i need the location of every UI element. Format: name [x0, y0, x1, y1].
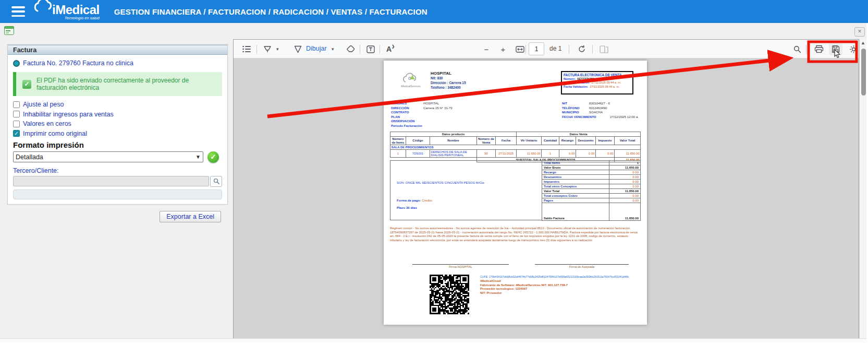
invoice-radio-row[interactable]: Factura No. 279760 Factura no clinica	[13, 60, 222, 67]
fit-width-icon[interactable]	[513, 43, 527, 55]
export-excel-button[interactable]: Exportar a Excel	[160, 211, 221, 222]
checkbox-row-valores: Valores en ceros	[13, 120, 222, 127]
formato-impresion-heading: Formato impresión	[13, 140, 222, 149]
success-message-box: ✓ El PDF ha sido enviado correctamente a…	[13, 72, 222, 96]
sub-toolbar	[0, 23, 868, 39]
search-document-icon[interactable]	[790, 43, 804, 55]
horizontal-scrollbar[interactable]	[0, 338, 868, 343]
invoice-logo-caption: iMedicalServices	[401, 85, 421, 88]
checkbox-label: Inhabilitar ingresos para ventas	[23, 111, 114, 118]
cufe-code: CUFE: 270b434107db98cb32af4674b77d08c242…	[480, 275, 641, 279]
vertical-scrollbar[interactable]: ▲	[859, 39, 866, 338]
mouse-cursor	[834, 49, 841, 58]
eraser-icon[interactable]	[344, 43, 358, 55]
brand-name: iMedical	[52, 3, 100, 17]
hospital-info: HOSPITAL Nit: 830 Dirección : Carrera 15…	[431, 71, 466, 90]
secondary-field[interactable]	[13, 190, 222, 199]
payment-term: Plazo 30 días	[397, 206, 417, 209]
highlighter-chevron-icon[interactable]: ▾	[276, 46, 279, 52]
invoice-radio-label: Factura No. 279760 Factura no clinica	[23, 60, 133, 67]
scrollbar-thumb[interactable]	[861, 49, 866, 96]
draw-chevron-icon[interactable]: ▾	[332, 46, 334, 52]
settings-gear-icon[interactable]	[847, 43, 859, 55]
close-icon[interactable]: ×	[854, 27, 865, 37]
checkbox-imprimir-como-original[interactable]: ✓	[13, 130, 20, 137]
print-icon[interactable]	[812, 43, 826, 55]
form-window-icon[interactable]	[4, 26, 14, 35]
format-valid-icon: ✓	[207, 151, 219, 163]
text-box-icon[interactable]	[364, 43, 377, 55]
einvoice-box: FACTURA ELECTRONICA DE VENTA Número:SETT…	[561, 71, 633, 94]
formato-select[interactable]: Detallada ▼	[13, 151, 203, 162]
checkbox-inhabilitar-ingresos[interactable]	[13, 111, 20, 117]
invoice-items-table: Datos productoDatos Venta Número de Item…	[390, 132, 641, 162]
page-number-input[interactable]: 1	[529, 42, 544, 55]
success-message: El PDF ha sido enviado correctamente al …	[36, 77, 218, 91]
checkbox-valores-en-ceros[interactable]	[13, 121, 20, 127]
highlighter-icon[interactable]	[261, 43, 274, 55]
menu-icon[interactable]	[11, 6, 25, 17]
cloud-logo-icon	[32, 0, 53, 15]
read-aloud-icon[interactable]: A❯	[384, 43, 397, 55]
rotate-icon[interactable]	[575, 43, 589, 55]
checkbox-label: Ajuste al peso	[23, 101, 64, 108]
tercero-cliente-input[interactable]	[13, 176, 209, 186]
factura-panel: Factura Factura No. 279760 Factura no cl…	[7, 44, 228, 205]
checkbox-ajuste-al-peso[interactable]	[13, 101, 20, 108]
signature-line-hospital: Firma HOSPITAL	[412, 264, 509, 268]
page-view-icon	[597, 43, 611, 55]
toc-sidebar-icon[interactable]	[240, 43, 253, 55]
breadcrumb: GESTION FINANCIERA / FACTURACION / RADIC…	[114, 7, 427, 16]
legal-text: Régimen común - No somos autorretenedore…	[390, 227, 641, 242]
app-header: iMedical Tecnologío en salud GESTION FIN…	[0, 0, 868, 23]
checkbox-label: Valores en ceros	[23, 120, 71, 127]
invoice-footer: iMedicalCloud Fabricante de Software: iM…	[480, 279, 568, 295]
draw-pen-icon[interactable]	[291, 43, 304, 55]
invoice-totals-table: Total Items1 Valor Bruto11,650.00 Recarg…	[542, 160, 641, 221]
checkbox-row-imprimir: ✓ Imprimir como original	[13, 130, 222, 137]
customer-info-right: NIT830104627 - 6 TELÉFONO6013463490 MUNI…	[562, 101, 639, 119]
draw-button[interactable]: Dibujar	[306, 45, 327, 52]
panel-title: Factura	[8, 45, 227, 55]
tercero-cliente-label: Tercero/Cliente:	[13, 167, 222, 174]
app-logo: iMedical Tecnologío en salud	[52, 3, 100, 20]
amount-words-box: SON: ONCE MIL SEISCIENTOS CINCUENTA PESO…	[390, 160, 542, 220]
chevron-down-icon: ▼	[195, 154, 201, 160]
radio-selected-icon[interactable]	[13, 60, 20, 67]
pdf-toolbar: ▾ Dibujar ▾ A❯ − + 1 de 1	[234, 40, 859, 58]
payment-label: Forma de pago:	[397, 198, 421, 202]
search-client-button[interactable]	[210, 176, 222, 187]
invoice-logo: iMedicalServices	[401, 72, 421, 88]
zoom-out-icon[interactable]: −	[480, 43, 493, 55]
qr-code	[430, 275, 469, 314]
pdf-page: iMedicalServices HOSPITAL Nit: 830 Direc…	[384, 61, 647, 325]
pdf-viewer: ▾ Dibujar ▾ A❯ − + 1 de 1	[233, 39, 859, 343]
checkbox-label: Imprimir como original	[23, 130, 87, 137]
checkbox-row-ajuste: Ajuste al peso	[13, 101, 222, 108]
table-row: 17DS001DERECHOS DE SALA DE DIALISIS PERI…	[390, 150, 641, 158]
checkbox-row-inhabilitar: Inhabilitar ingresos para ventas	[13, 111, 222, 118]
scroll-up-icon[interactable]: ▲	[860, 39, 866, 46]
payment-value: Crédito	[422, 198, 432, 202]
zoom-in-icon[interactable]: +	[496, 43, 510, 55]
formato-select-value: Detallada	[16, 153, 43, 161]
signature-line-accepted: Firma de Aceptada	[535, 264, 629, 268]
success-check-icon: ✓	[22, 80, 31, 89]
amount-in-words: SON: ONCE MIL SEISCIENTOS CINCUENTA PESO…	[397, 181, 484, 184]
page-count-label: de 1	[549, 45, 561, 52]
